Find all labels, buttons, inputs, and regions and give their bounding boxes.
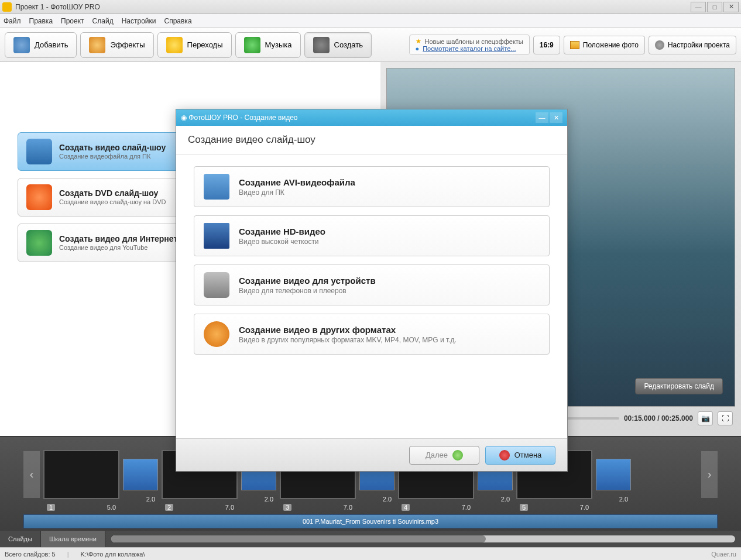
- dialog-close[interactable]: ✕: [550, 112, 562, 123]
- reel-icon: [313, 37, 330, 53]
- dialog-titlebar: ◉ ФотоШОУ PRO - Создание видео — ✕: [176, 109, 567, 126]
- dialog-footer: Далее Отмена: [176, 438, 567, 471]
- timeline-tabs: Слайды Шкала времени: [0, 531, 741, 547]
- export-dialog: ◉ ФотоШОУ PRO - Создание видео — ✕ Созда…: [176, 109, 568, 472]
- tab-transitions[interactable]: Переходы: [157, 32, 232, 58]
- cancel-icon: [499, 450, 510, 461]
- slide-thumb[interactable]: 15.0: [43, 450, 119, 499]
- close-button[interactable]: ✕: [723, 2, 739, 12]
- promo-box: ★Новые шаблоны и спецэффекты ●Посмотрите…: [409, 35, 530, 55]
- menu-edit[interactable]: Правка: [29, 17, 53, 25]
- timeline-next[interactable]: ›: [701, 451, 718, 498]
- dialog-header: Создание видео слайд-шоу: [176, 126, 567, 154]
- star-icon: ★: [416, 37, 421, 45]
- export-other[interactable]: Создание видео в других форматахВидео в …: [194, 314, 550, 355]
- transition-thumb[interactable]: 2.0: [123, 459, 158, 490]
- titlebar: Проект 1 - ФотоШОУ PRO — □ ✕: [0, 0, 741, 14]
- photo-position-button[interactable]: Положение фото: [564, 36, 645, 54]
- export-hd[interactable]: Создание HD-видеоВидео высокой четкости: [194, 215, 550, 256]
- gear-icon: [655, 40, 664, 50]
- star-icon: [166, 37, 183, 53]
- audio-track[interactable]: 001 P.Mauriat_From Souvenirs ti Souvinir…: [23, 514, 718, 528]
- promo-text: Новые шаблоны и спецэффекты: [425, 38, 523, 45]
- project-settings-button[interactable]: Настройки проекта: [649, 36, 736, 54]
- timecode: 00:15.000 / 00:25.000: [624, 414, 693, 422]
- snapshot-button[interactable]: 📷: [698, 411, 713, 425]
- statusbar: Всего слайдов: 5 | K:\Фото для коллажа\ …: [0, 547, 741, 560]
- tab-timeline-scale[interactable]: Шкала времени: [41, 531, 105, 547]
- tab-effects[interactable]: Эффекты: [80, 32, 153, 58]
- dialog-body: Создание AVI-видеофайлаВидео для ПК Созд…: [176, 154, 567, 438]
- dialog-minimize[interactable]: —: [536, 112, 548, 123]
- fullscreen-button[interactable]: ⛶: [718, 411, 733, 425]
- timeline-prev[interactable]: ‹: [23, 451, 40, 498]
- window-title: Проект 1 - ФотоШОУ PRO: [15, 3, 691, 11]
- video-icon: [26, 139, 52, 164]
- timeline-scrollbar[interactable]: [111, 535, 735, 542]
- globe-icon: ●: [416, 45, 420, 52]
- edit-slide-button[interactable]: Редактировать слайд: [635, 378, 723, 394]
- folder-path: K:\Фото для коллажа\: [81, 551, 145, 558]
- export-avi[interactable]: Создание AVI-видеофайлаВидео для ПК: [194, 166, 550, 207]
- maximize-button[interactable]: □: [707, 2, 722, 12]
- export-devices[interactable]: Создание видео для устройствВидео для те…: [194, 264, 550, 305]
- film-reel-icon: [204, 321, 229, 347]
- aspect-ratio-button[interactable]: 16:9: [533, 36, 560, 54]
- dialog-title: ФотоШОУ PRO - Создание видео: [188, 114, 297, 122]
- tab-music[interactable]: Музыка: [235, 32, 301, 58]
- promo-link[interactable]: Посмотрите каталог на сайте...: [423, 45, 516, 52]
- cancel-button[interactable]: Отмена: [485, 446, 555, 465]
- scrollbar-thumb[interactable]: [111, 535, 486, 542]
- transition-thumb[interactable]: 2.0: [596, 459, 631, 490]
- menubar: Файл Правка Проект Слайд Настройки Справ…: [0, 14, 741, 28]
- toolbar: Добавить Эффекты Переходы Музыка Создать…: [0, 28, 741, 62]
- main-window: Проект 1 - ФотоШОУ PRO — □ ✕ Файл Правка…: [0, 0, 741, 560]
- next-button[interactable]: Далее: [409, 446, 479, 465]
- dvd-icon: [26, 184, 52, 210]
- camera-icon: [13, 37, 30, 53]
- music-icon: [244, 37, 260, 53]
- menu-slide[interactable]: Слайд: [92, 17, 114, 25]
- minimize-button[interactable]: —: [691, 2, 706, 12]
- avi-icon: [204, 174, 229, 200]
- tab-create[interactable]: Создать: [304, 32, 372, 58]
- hd-icon: [204, 223, 229, 249]
- tab-add[interactable]: Добавить: [5, 32, 77, 58]
- reel-icon: ◉: [181, 114, 187, 122]
- menu-project[interactable]: Проект: [61, 17, 84, 25]
- palette-icon: [89, 37, 105, 53]
- arrow-right-icon: [452, 450, 463, 461]
- tab-slides[interactable]: Слайды: [0, 531, 41, 547]
- globe-icon: [26, 230, 52, 256]
- menu-file[interactable]: Файл: [4, 17, 21, 25]
- menu-settings[interactable]: Настройки: [122, 17, 156, 25]
- brand-label: Quaer.ru: [711, 551, 736, 558]
- phone-icon: [204, 272, 229, 298]
- app-icon: [2, 2, 12, 12]
- picture-icon: [570, 41, 579, 49]
- menu-help[interactable]: Справка: [164, 17, 191, 25]
- slide-count: Всего слайдов: 5: [5, 551, 56, 558]
